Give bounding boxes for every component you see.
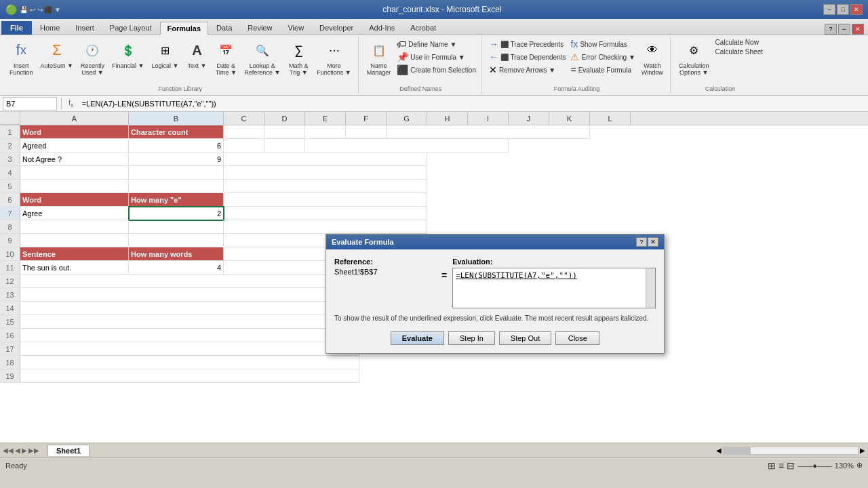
tab-navigation[interactable]: ◀◀ ◀ ▶ ▶▶ — [0, 447, 42, 454]
math-trig-button[interactable]: ∑ Math &Trig ▼ — [285, 38, 312, 77]
formula-function-icon[interactable]: fx — [66, 98, 77, 108]
tab-review[interactable]: Review — [240, 21, 279, 35]
name-box[interactable] — [3, 97, 57, 110]
cell-a2[interactable]: Agreed — [20, 139, 129, 152]
cell-b8[interactable] — [129, 220, 224, 234]
col-header-c[interactable]: C — [224, 112, 264, 125]
cell-empty[interactable] — [20, 274, 359, 288]
insert-function-button[interactable]: fx InsertFunction — [7, 38, 36, 77]
lookup-reference-button[interactable]: 🔍 Lookup &Reference ▼ — [241, 38, 283, 77]
tab-home[interactable]: Home — [33, 21, 67, 35]
scroll-left-btn[interactable]: ◀ — [716, 447, 722, 454]
cell-empty[interactable] — [20, 302, 359, 315]
date-time-button[interactable]: 📅 Date &Time ▼ — [212, 38, 239, 77]
tab-view[interactable]: View — [280, 21, 311, 35]
col-header-f[interactable]: F — [346, 112, 387, 125]
cell-d1[interactable] — [264, 125, 305, 139]
show-formulas-button[interactable]: fx Show Formulas — [569, 38, 636, 50]
watch-window-button[interactable]: 👁 WatchWindow — [639, 38, 666, 77]
create-from-selection-button[interactable]: ⬛ Create from Selection — [395, 64, 477, 76]
tab-formulas[interactable]: Formulas — [160, 22, 209, 35]
cell-c6[interactable] — [224, 193, 427, 207]
tab-file[interactable]: File — [1, 21, 32, 35]
cell-empty[interactable] — [20, 329, 359, 342]
cell-b5[interactable] — [129, 180, 224, 193]
tab-acrobat[interactable]: Acrobat — [403, 21, 443, 35]
ribbon-help-button[interactable]: ? — [825, 24, 837, 35]
h-scrollbar-thumb[interactable] — [724, 447, 751, 454]
evaluation-scrollbar[interactable] — [646, 268, 655, 308]
trace-precedents-button[interactable]: → ⬛ Trace Precedents — [488, 38, 568, 50]
cell-c4[interactable] — [224, 166, 427, 180]
sheet-tab-sheet1[interactable]: Sheet1 — [47, 445, 90, 456]
error-checking-button[interactable]: ⚠ Error Checking ▼ — [569, 51, 636, 63]
cell-b10[interactable]: How many words — [129, 247, 224, 261]
cell-a5[interactable] — [20, 180, 129, 193]
cell-empty[interactable] — [20, 315, 359, 329]
cell-a4[interactable] — [20, 166, 129, 180]
cell-a9[interactable] — [20, 234, 129, 247]
col-header-d[interactable]: D — [264, 112, 305, 125]
text-button[interactable]: A Text ▼ — [183, 38, 210, 70]
tab-nav-first[interactable]: ◀◀ — [3, 447, 14, 454]
cell-b7[interactable]: 2 — [129, 207, 224, 220]
cell-b2[interactable]: 6 — [129, 139, 224, 152]
maximize-button[interactable]: □ — [837, 4, 849, 15]
scroll-right-btn[interactable]: ▶ — [860, 447, 865, 454]
autosum-button[interactable]: Σ AutoSum ▼ — [38, 38, 76, 70]
cell-d2[interactable] — [264, 139, 305, 152]
cell-a11[interactable]: The sun is out. — [20, 261, 129, 274]
col-header-h[interactable]: H — [427, 112, 468, 125]
more-functions-button[interactable]: ⋯ MoreFunctions ▼ — [314, 38, 353, 77]
col-header-b[interactable]: B — [129, 112, 224, 125]
h-scrollbar-track[interactable] — [723, 447, 859, 455]
formula-input[interactable] — [79, 97, 865, 110]
cell-f1[interactable] — [346, 125, 387, 139]
evaluate-formula-button[interactable]: = Evaluate Formula — [569, 64, 636, 76]
cell-empty[interactable] — [20, 356, 359, 369]
ribbon-close-button[interactable]: ✕ — [852, 24, 864, 35]
financial-button[interactable]: 💲 Financial ▼ — [109, 38, 146, 70]
cell-c7[interactable] — [224, 207, 427, 220]
cell-c3[interactable] — [224, 152, 427, 166]
view-page-break-icon[interactable]: ⊟ — [787, 460, 795, 471]
cell-e2[interactable] — [305, 139, 509, 152]
view-layout-icon[interactable]: ≡ — [778, 460, 784, 471]
zoom-slider[interactable]: ——●—— — [797, 462, 832, 470]
cell-empty[interactable] — [20, 369, 359, 383]
cell-b11[interactable]: 4 — [129, 261, 224, 274]
col-header-j[interactable]: J — [509, 112, 549, 125]
recently-used-button[interactable]: 🕐 RecentlyUsed ▼ — [78, 38, 107, 77]
cell-a8[interactable] — [20, 220, 129, 234]
cell-a3[interactable]: Not Agree ? — [20, 152, 129, 166]
cell-b3[interactable]: 9 — [129, 152, 224, 166]
tab-addins[interactable]: Add-Ins — [361, 21, 402, 35]
cell-c8[interactable] — [224, 220, 427, 234]
define-name-button[interactable]: 🏷 Define Name ▼ — [395, 38, 477, 50]
cell-b4[interactable] — [129, 166, 224, 180]
cell-empty[interactable] — [20, 342, 359, 356]
col-header-g[interactable]: G — [387, 112, 427, 125]
cell-a1[interactable]: Word — [20, 125, 129, 139]
cell-b6[interactable]: How many "e" — [129, 193, 224, 207]
zoom-in-button[interactable]: ⊕ — [856, 461, 863, 470]
col-header-a[interactable]: A — [20, 112, 129, 125]
cell-g1[interactable] — [387, 125, 590, 139]
calculation-options-button[interactable]: ⚙ CalculationOptions ▼ — [676, 38, 712, 77]
tab-page-layout[interactable]: Page Layout — [102, 21, 159, 35]
tab-nav-prev[interactable]: ◀ — [15, 447, 20, 454]
col-header-k[interactable]: K — [549, 112, 590, 125]
view-normal-icon[interactable]: ⊞ — [768, 460, 776, 471]
cell-c5[interactable] — [224, 180, 427, 193]
cell-a7[interactable]: Agree — [20, 207, 129, 220]
tab-data[interactable]: Data — [209, 21, 239, 35]
remove-arrows-button[interactable]: ✕ Remove Arrows ▼ — [488, 64, 568, 76]
step-in-button[interactable]: Step In — [448, 331, 495, 345]
cell-b9[interactable] — [129, 234, 224, 247]
calculate-sheet-button[interactable]: Calculate Sheet — [713, 47, 764, 56]
tab-developer[interactable]: Developer — [312, 21, 361, 35]
tab-insert[interactable]: Insert — [68, 21, 102, 35]
dialog-help-button[interactable]: ? — [636, 237, 647, 247]
trace-dependents-button[interactable]: ← ⬛ Trace Dependents — [488, 51, 568, 63]
close-dialog-button[interactable]: Close — [555, 331, 599, 345]
